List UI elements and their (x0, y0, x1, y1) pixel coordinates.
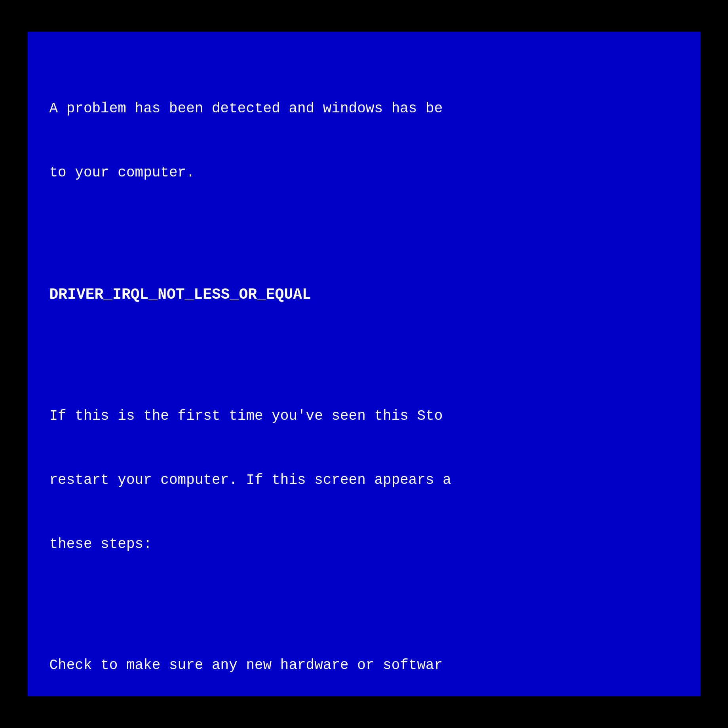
spacer-2 (49, 349, 679, 363)
line-5: these steps: (49, 534, 679, 555)
line-6: Check to make sure any new hardware or s… (49, 655, 679, 676)
line-2: to your computer. (49, 162, 679, 184)
line-4: restart your computer. If this screen ap… (49, 470, 679, 491)
line-1: A problem has been detected and windows … (49, 98, 679, 119)
bsod-content: A problem has been detected and windows … (49, 55, 679, 696)
spacer-1 (49, 226, 679, 241)
bsod-screen: A problem has been detected and windows … (28, 32, 701, 696)
screen-container: A problem has been detected and windows … (0, 0, 728, 728)
line-3: If this is the first time you've seen th… (49, 406, 679, 427)
spacer-3 (49, 598, 679, 612)
error-code: DRIVER_IRQL_NOT_LESS_OR_EQUAL (49, 283, 679, 306)
